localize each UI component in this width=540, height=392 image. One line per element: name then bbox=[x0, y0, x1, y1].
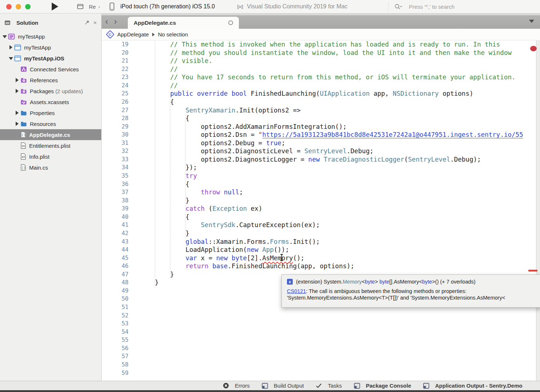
line-number[interactable]: 20 bbox=[102, 49, 129, 57]
code-line-52[interactable]: 52 bbox=[102, 312, 540, 320]
code-line-38[interactable]: 38 } bbox=[102, 197, 540, 205]
code-line-56[interactable]: 56 bbox=[102, 344, 540, 353]
code-line-46[interactable]: 46 return base.FinishedLaunching(app, op… bbox=[102, 262, 540, 270]
code-line-29[interactable]: 29 options2.AddXamarinFormsIntegration()… bbox=[102, 123, 540, 131]
line-number[interactable]: 23 bbox=[102, 73, 129, 82]
line-number[interactable]: 32 bbox=[102, 147, 129, 155]
line-number[interactable]: 21 bbox=[102, 57, 129, 65]
code-line-23[interactable]: 23 // You have 17 seconds to return from… bbox=[102, 73, 540, 82]
sidebar-item-packages[interactable]: Packages(2 updates) bbox=[0, 86, 101, 96]
code-line-31[interactable]: 31 options2.Debug = true; bbox=[102, 139, 540, 147]
sidebar-item-info-plist[interactable]: Info.plist bbox=[0, 151, 101, 162]
line-number[interactable]: 49 bbox=[102, 287, 129, 295]
breadcrumb-selection[interactable]: No selection bbox=[158, 31, 188, 37]
line-number[interactable]: 55 bbox=[102, 336, 129, 344]
close-window-icon[interactable] bbox=[6, 4, 12, 9]
code-line-55[interactable]: 55 bbox=[102, 336, 540, 344]
tab-appdelegate[interactable]: AppDelegate.cs bbox=[128, 17, 239, 29]
line-number[interactable]: 19 bbox=[102, 40, 129, 49]
line-number[interactable]: 46 bbox=[102, 262, 129, 270]
line-number[interactable]: 34 bbox=[102, 163, 129, 172]
line-number[interactable]: 22 bbox=[102, 65, 129, 74]
tab-list-dropdown-icon[interactable] bbox=[529, 20, 534, 23]
code-line-40[interactable]: 40 { bbox=[102, 213, 540, 221]
code-line-33[interactable]: 33 options2.DiagnosticLogger = new Trace… bbox=[102, 155, 540, 164]
line-number[interactable]: 59 bbox=[102, 369, 129, 377]
line-number[interactable]: 38 bbox=[102, 197, 129, 205]
line-number[interactable]: 50 bbox=[102, 295, 129, 303]
line-number[interactable]: 39 bbox=[102, 205, 129, 213]
code-line-58[interactable]: 58 bbox=[102, 361, 540, 369]
code-editor[interactable]: 19 // This method is invoked when the ap… bbox=[102, 40, 540, 381]
code-line-41[interactable]: 41 SentrySdk.CaptureException(ex); bbox=[102, 221, 540, 229]
code-line-30[interactable]: 30 options2.Dsn = "https://5a193123a9b84… bbox=[102, 131, 540, 139]
code-line-20[interactable]: 20 // method you should instantiate the … bbox=[102, 49, 540, 57]
bottom-tab-application-output-sentry-demo[interactable]: Application Output - Sentry.Demo bbox=[423, 383, 523, 389]
zoom-window-icon[interactable] bbox=[25, 4, 31, 9]
code-line-42[interactable]: 42 } bbox=[102, 229, 540, 238]
code-line-59[interactable]: 59 bbox=[102, 369, 540, 377]
line-number[interactable]: 30 bbox=[102, 131, 129, 139]
code-line-24[interactable]: 24 // bbox=[102, 82, 540, 90]
line-number[interactable]: 33 bbox=[102, 155, 129, 164]
code-line-57[interactable]: 57 bbox=[102, 352, 540, 361]
line-number[interactable]: 29 bbox=[102, 123, 129, 131]
sidebar-item-assets-xcassets[interactable]: Assets.xcassets bbox=[0, 96, 101, 107]
sidebar-item-appdelegate-cs[interactable]: {}AppDelegate.cs bbox=[0, 129, 101, 140]
sidebar-item-resources[interactable]: Resources bbox=[0, 118, 101, 129]
line-number[interactable]: 31 bbox=[102, 139, 129, 147]
sidebar-item-properties[interactable]: Properties bbox=[0, 107, 101, 118]
dsn-url-link[interactable]: https://5a193123a9b841bc8d8e42531e7242a1… bbox=[262, 131, 523, 138]
code-line-19[interactable]: 19 // This method is invoked when the ap… bbox=[102, 40, 540, 49]
line-number[interactable]: 57 bbox=[102, 352, 129, 361]
bottom-tab-errors[interactable]: Errors bbox=[223, 383, 250, 389]
code-line-28[interactable]: 28 { bbox=[102, 114, 540, 123]
navigate-forward-icon[interactable]: › bbox=[114, 16, 117, 27]
line-number[interactable]: 44 bbox=[102, 246, 129, 254]
editor-scrollbar[interactable] bbox=[536, 40, 540, 381]
line-number[interactable]: 35 bbox=[102, 172, 129, 180]
sidebar-item-mytestapp[interactable]: myTestApp bbox=[0, 31, 101, 42]
line-number[interactable]: 47 bbox=[102, 270, 129, 279]
line-number[interactable]: 42 bbox=[102, 229, 129, 238]
device-selector[interactable]: iPod touch (7th generation) iOS 15.0 bbox=[110, 3, 215, 11]
line-number[interactable]: 45 bbox=[102, 254, 129, 262]
sidebar-item-references[interactable]: References bbox=[0, 75, 101, 86]
line-number[interactable]: 53 bbox=[102, 320, 129, 328]
line-number[interactable]: 36 bbox=[102, 180, 129, 189]
sidebar-item-main-cs[interactable]: {}Main.cs bbox=[0, 162, 101, 173]
code-line-34[interactable]: 34 }); bbox=[102, 163, 540, 172]
line-number[interactable]: 52 bbox=[102, 312, 129, 320]
breadcrumb-scope[interactable]: AppDelegate bbox=[117, 31, 149, 37]
code-line-22[interactable]: 22 // bbox=[102, 65, 540, 74]
line-number[interactable]: 28 bbox=[102, 114, 129, 123]
code-line-21[interactable]: 21 // visible. bbox=[102, 57, 540, 65]
code-line-27[interactable]: 27 SentryXamarin.Init(options2 => bbox=[102, 106, 540, 115]
sidebar-item-mytestapp[interactable]: myTestApp bbox=[0, 42, 101, 53]
code-line-53[interactable]: 53 bbox=[102, 320, 540, 328]
code-line-37[interactable]: 37 throw null; bbox=[102, 188, 540, 197]
code-line-44[interactable]: 44 LoadApplication(new App()); bbox=[102, 246, 540, 254]
pin-icon[interactable] bbox=[84, 20, 90, 25]
line-number[interactable]: 25 bbox=[102, 90, 129, 98]
modified-indicator-icon[interactable] bbox=[228, 20, 233, 25]
line-number[interactable]: 56 bbox=[102, 344, 129, 353]
code-line-25[interactable]: 25 public override bool FinishedLaunchin… bbox=[102, 90, 540, 98]
code-line-54[interactable]: 54 bbox=[102, 328, 540, 336]
line-number[interactable]: 54 bbox=[102, 328, 129, 336]
bottom-tab-package-console[interactable]: Package Console bbox=[354, 383, 411, 389]
navigate-back-icon[interactable]: ‹ bbox=[105, 16, 108, 27]
sidebar-item-mytestapp-ios[interactable]: myTestApp.iOS bbox=[0, 53, 101, 64]
close-pad-icon[interactable]: × bbox=[93, 20, 97, 26]
global-search-field[interactable]: Press '^,' to search bbox=[388, 2, 540, 11]
sidebar-item-entitlements-plist[interactable]: Entitlements.plist bbox=[0, 140, 101, 151]
code-line-36[interactable]: 36 { bbox=[102, 180, 540, 189]
bottom-tab-build-output[interactable]: Build Output bbox=[262, 383, 304, 389]
line-number[interactable]: 48 bbox=[102, 278, 129, 287]
code-line-35[interactable]: 35 try bbox=[102, 172, 540, 180]
cs0121-link[interactable]: CS0121 bbox=[287, 288, 306, 294]
line-number[interactable]: 58 bbox=[102, 361, 129, 369]
line-number[interactable]: 43 bbox=[102, 238, 129, 246]
code-line-39[interactable]: 39 catch (Exception ex) bbox=[102, 205, 540, 213]
line-number[interactable]: 24 bbox=[102, 82, 129, 90]
